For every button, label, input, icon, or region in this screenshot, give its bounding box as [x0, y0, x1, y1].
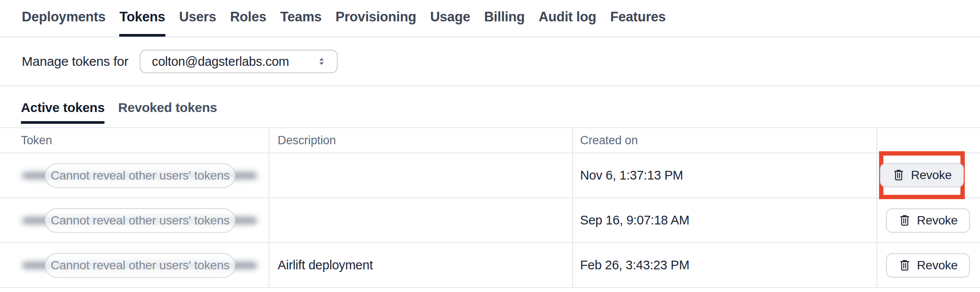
up-down-chevrons-icon: [316, 56, 327, 67]
description-cell: [268, 198, 572, 242]
column-header-token: Token: [0, 128, 268, 153]
actions-cell: Revoke: [876, 243, 980, 287]
nav-tab-billing[interactable]: Billing: [484, 0, 524, 37]
trash-icon: [892, 169, 905, 182]
tab-revoked-tokens[interactable]: Revoked tokens: [118, 100, 217, 124]
actions-cell: Revoke: [876, 153, 980, 197]
nav-tab-deployments[interactable]: Deployments: [22, 0, 105, 37]
revoke-button[interactable]: Revoke: [886, 253, 970, 278]
table-row: Cannot reveal other users' tokens Airlif…: [0, 243, 980, 288]
table-row: Cannot reveal other users' tokens Sep 16…: [0, 198, 980, 243]
nav-tab-teams[interactable]: Teams: [280, 0, 322, 37]
tab-active-tokens[interactable]: Active tokens: [21, 100, 104, 124]
table-header-row: Token Description Created on: [0, 128, 980, 153]
created-on-cell: Sep 16, 9:07:18 AM: [572, 198, 876, 242]
created-on-cell: Feb 26, 3:43:23 PM: [572, 243, 876, 287]
nav-tab-roles[interactable]: Roles: [230, 0, 266, 37]
token-hidden-pill: Cannot reveal other users' tokens: [45, 163, 235, 188]
revoke-button[interactable]: Revoke: [886, 208, 970, 233]
column-header-created-on: Created on: [572, 128, 876, 153]
manage-tokens-label: Manage tokens for: [22, 54, 128, 69]
revoke-button[interactable]: Revoke: [880, 163, 964, 187]
nav-tab-tokens[interactable]: Tokens: [119, 0, 165, 37]
table-row: Cannot reveal other users' tokens Nov 6,…: [0, 153, 980, 198]
description-cell: [268, 153, 572, 197]
nav-tab-features[interactable]: Features: [610, 0, 666, 37]
actions-cell: Revoke: [876, 198, 980, 242]
user-select[interactable]: colton@dagsterlabs.com: [140, 50, 338, 73]
description-cell: Airlift deployment: [268, 243, 572, 287]
manage-tokens-section: Manage tokens for colton@dagsterlabs.com: [0, 37, 980, 86]
token-hidden-pill: Cannot reveal other users' tokens: [45, 208, 235, 233]
nav-tab-users[interactable]: Users: [179, 0, 216, 37]
trash-icon: [898, 214, 911, 227]
column-header-description: Description: [268, 128, 572, 153]
user-select-value: colton@dagsterlabs.com: [152, 54, 289, 69]
token-cell: Cannot reveal other users' tokens: [0, 153, 268, 197]
token-cell: Cannot reveal other users' tokens: [0, 243, 268, 287]
created-on-cell: Nov 6, 1:37:13 PM: [572, 153, 876, 197]
nav-tab-audit-log[interactable]: Audit log: [539, 0, 597, 37]
token-status-tabs: Active tokens Revoked tokens: [0, 86, 980, 127]
settings-nav: Deployments Tokens Users Roles Teams Pro…: [0, 0, 980, 37]
annotation-highlight-box: Revoke: [879, 151, 965, 199]
token-cell: Cannot reveal other users' tokens: [0, 198, 268, 242]
trash-icon: [898, 259, 911, 272]
tokens-table: Token Description Created on Cannot reve…: [0, 127, 980, 288]
nav-tab-provisioning[interactable]: Provisioning: [336, 0, 416, 37]
nav-tab-usage[interactable]: Usage: [430, 0, 470, 37]
column-header-actions: [876, 128, 980, 153]
token-hidden-pill: Cannot reveal other users' tokens: [45, 253, 235, 278]
